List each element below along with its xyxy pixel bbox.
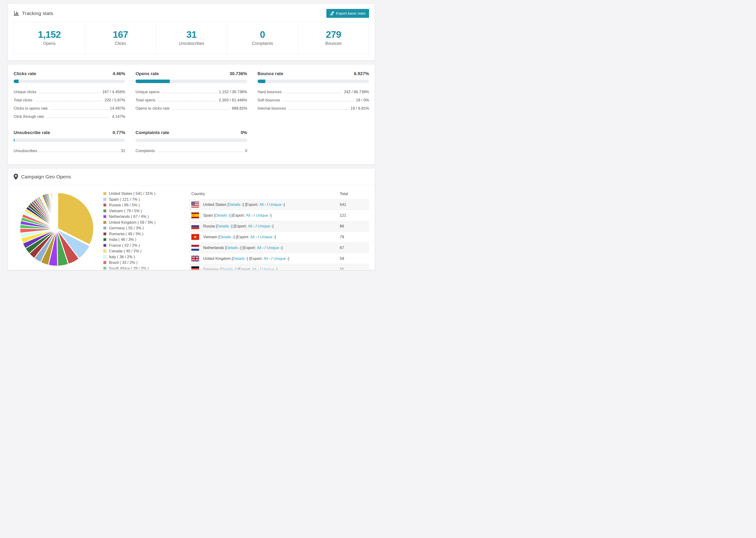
details-link[interactable]: Details ›: [221, 267, 236, 270]
legend-item: France ( 42 / 2% ): [103, 243, 181, 248]
rate-progress-bar: [14, 80, 125, 83]
dotted-leader: [35, 101, 102, 101]
rate-detail-label: Click through rate: [14, 114, 44, 119]
rate-detail-label: Opens to clicks rate: [135, 106, 170, 111]
dotted-leader: [157, 152, 243, 152]
rate-rows: Unique clicks 167 / 4.456% Total clicks …: [14, 88, 125, 121]
geo-title: Campaign Geo Opens: [21, 174, 71, 180]
export-prefix: ] [Export:: [236, 267, 251, 270]
stat-cell: 31 Unsubscribes: [156, 22, 227, 54]
table-row: Germany [ Details › ] [Export: All › / U…: [189, 264, 369, 270]
rate-detail-row: Soft bounces 18 / 0%: [257, 96, 369, 104]
export-basic-stats-button[interactable]: Export basic stats: [326, 9, 369, 18]
total-value: 541: [340, 202, 367, 207]
rate-detail-value: 14.497%: [110, 106, 125, 111]
legend-item: India ( 46 / 3% ): [103, 237, 181, 242]
rate-detail-label: Unique opens: [135, 90, 159, 94]
legend-swatch: [103, 232, 107, 236]
table-row: Netherlands [ Details › ] [Export: All ›…: [189, 242, 369, 253]
rate-detail-row: Unique opens 1,152 / 30.736%: [135, 88, 247, 96]
legend-swatch: [103, 261, 107, 264]
legend-swatch: [103, 198, 107, 201]
export-all-link[interactable]: All ›: [248, 224, 254, 228]
export-all-link[interactable]: All ›: [250, 235, 257, 239]
rate-progress-bar: [14, 138, 125, 142]
details-link[interactable]: Details ›: [217, 224, 232, 228]
rate-detail-row: Hard bounces 242 / 86.738%: [257, 88, 369, 96]
export-all-link[interactable]: All ›: [264, 256, 270, 261]
rate-progress-fill: [257, 80, 265, 83]
dotted-leader: [289, 109, 348, 110]
details-link[interactable]: Details ›: [226, 245, 241, 250]
dotted-leader: [46, 117, 110, 118]
export-all-link[interactable]: All ›: [259, 202, 266, 207]
rate-value: 4.46%: [112, 71, 125, 76]
geo-table-header: Country Total: [189, 188, 369, 199]
bracket: ]: [282, 245, 283, 250]
export-all-link[interactable]: All ›: [252, 267, 258, 270]
legend-item: Italy ( 36 / 2% ): [103, 255, 181, 259]
rate-title: Unsubscribe rate: [14, 130, 50, 135]
column-header-total: Total: [340, 191, 367, 196]
details-link[interactable]: Details ›: [233, 256, 247, 261]
total-value: 67: [340, 245, 367, 250]
geo-pie-chart[interactable]: [18, 190, 95, 268]
rate-progress-fill: [14, 138, 15, 142]
flag-gb: [191, 256, 199, 261]
rate-block: Clicks rate 4.46% Unique clicks 167 / 4.…: [14, 71, 125, 121]
export-prefix: ] [Export:: [243, 202, 258, 207]
table-row: Spain [ Details › ] [Export: All › / Uni…: [189, 210, 369, 221]
export-unique-link[interactable]: Unique ›: [258, 224, 272, 228]
export-prefix: ] [Export:: [247, 256, 262, 261]
legend-label: Spain ( 121 / 7% ): [109, 197, 140, 202]
rate-detail-row: Click through rate 4.147%: [14, 112, 125, 121]
rate-detail-row: Unique clicks 167 / 4.456%: [14, 88, 125, 96]
legend-item: Netherlands ( 67 / 4% ): [103, 214, 181, 219]
details-link[interactable]: Details ›: [219, 235, 234, 239]
geo-header: Campaign Geo Opens: [8, 169, 375, 185]
dotted-leader: [50, 109, 108, 110]
rate-detail-row: Total opens 2,303 / 61.446%: [135, 96, 247, 104]
legend-item: Canada ( 40 / 2% ): [103, 249, 181, 253]
stat-label: Opens: [16, 41, 82, 46]
stat-value: 279: [300, 29, 366, 40]
legend-item: United States ( 541 / 31% ): [103, 191, 181, 196]
export-unique-link[interactable]: Unique ›: [274, 256, 288, 261]
export-unique-link[interactable]: Unique ›: [262, 267, 276, 270]
legend-item: Spain ( 121 / 7% ): [103, 197, 181, 202]
stat-value: 1,152: [16, 29, 82, 40]
total-value: 79: [340, 235, 367, 239]
export-unique-link[interactable]: Unique ›: [269, 202, 284, 207]
dotted-leader: [284, 93, 342, 93]
stat-cell: 279 Bounces: [298, 22, 369, 54]
flag-ru: [191, 223, 199, 229]
country-name: Netherlands: [203, 245, 224, 250]
export-all-link[interactable]: All ›: [257, 245, 263, 250]
bracket: ]: [277, 267, 278, 270]
legend-label: Vietnam ( 79 / 5% ): [109, 209, 142, 213]
legend-item: Vietnam ( 79 / 5% ): [103, 209, 181, 213]
legend-swatch: [103, 221, 107, 224]
pie-slice[interactable]: [57, 192, 57, 228]
export-all-link[interactable]: All ›: [246, 213, 253, 218]
page-title: Tracking stats: [22, 11, 53, 16]
rate-progress-bar: [135, 138, 247, 142]
bracket: ]: [272, 224, 274, 228]
rate-detail-label: Unique clicks: [14, 90, 36, 94]
page: Tracking stats Export basic stats 1,152 …: [0, 0, 378, 270]
rate-detail-value: 31: [121, 149, 125, 153]
details-link[interactable]: Details ›: [229, 202, 243, 207]
geo-content: United States ( 541 / 31% ) Spain ( 121 …: [8, 185, 375, 270]
legend-item: Brazil ( 33 / 2% ): [103, 260, 181, 265]
stat-value: 0: [229, 29, 296, 40]
total-value: 86: [340, 224, 367, 228]
export-unique-link[interactable]: Unique ›: [256, 213, 270, 218]
rate-value: 0%: [241, 130, 247, 135]
flag-de: [191, 266, 199, 270]
details-link[interactable]: Details ›: [215, 213, 229, 218]
export-unique-link[interactable]: Unique ›: [267, 245, 282, 250]
legend-swatch: [103, 209, 107, 213]
export-unique-link[interactable]: Unique ›: [260, 235, 275, 239]
export-icon: [330, 12, 334, 16]
rate-block: Complaints rate 0% Complaints 0: [135, 130, 247, 155]
